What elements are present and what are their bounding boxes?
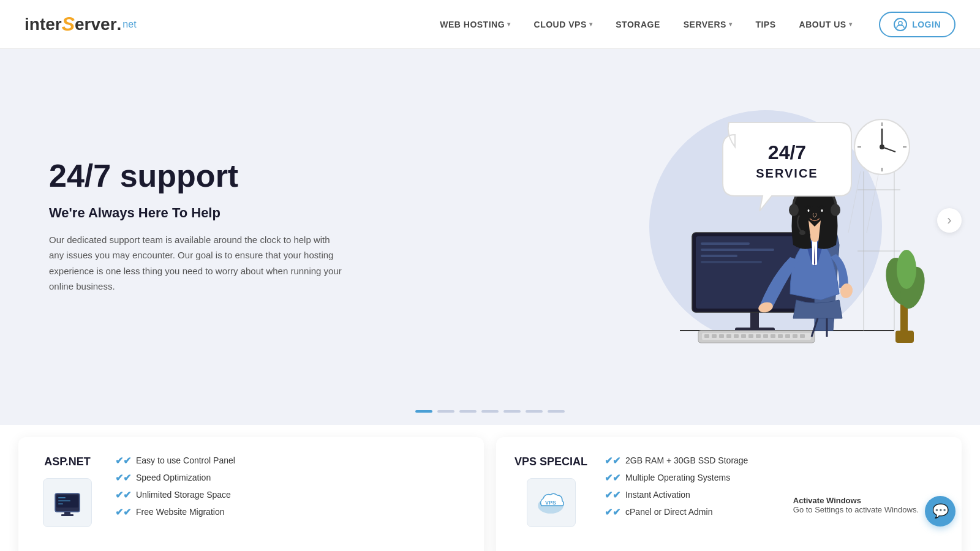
svg-rect-20: [763, 334, 768, 338]
svg-rect-15: [726, 334, 731, 338]
slide-dot-7[interactable]: [548, 410, 565, 413]
chevron-down-icon: ▾: [849, 21, 853, 28]
feature-item: ✔✔ Unlimited Storage Space: [116, 490, 466, 500]
svg-rect-68: [61, 514, 74, 516]
checkmark-icon: ✔✔: [116, 455, 130, 465]
card-vps-icon-area: VPS SPECIAL VPS: [514, 455, 587, 527]
chevron-down-icon: ▾: [729, 21, 733, 28]
chat-button[interactable]: 💬: [925, 496, 956, 527]
svg-point-61: [897, 250, 916, 289]
card-aspnet-label: ASP.NET: [44, 455, 91, 468]
checkmark-icon: ✔✔: [606, 490, 619, 500]
svg-rect-6: [701, 242, 750, 245]
card-vps-features: ✔✔ 2GB RAM + 30GB SSD Storage ✔✔ Multipl…: [606, 455, 943, 524]
site-header: interServer.net WEB HOSTING ▾ CLOUD VPS …: [0, 0, 980, 49]
slider-dots: [0, 392, 980, 425]
svg-rect-18: [748, 334, 753, 338]
svg-point-52: [880, 144, 884, 149]
checkmark-icon: ✔✔: [116, 507, 130, 517]
nav-tips[interactable]: TIPS: [747, 15, 784, 34]
svg-text:SERVICE: SERVICE: [756, 167, 818, 180]
svg-rect-66: [58, 503, 63, 504]
slide-dot-4[interactable]: [481, 410, 499, 413]
svg-rect-65: [58, 500, 70, 501]
svg-point-35: [808, 209, 810, 212]
svg-rect-7: [701, 249, 774, 251]
hero-title: 24/7 support: [49, 159, 343, 193]
hero-section: 24/7 support We're Always Here To Help O…: [0, 49, 980, 392]
svg-rect-23: [785, 334, 790, 338]
svg-point-38: [831, 204, 840, 216]
slide-dot-5[interactable]: [503, 410, 521, 413]
svg-text:VPS: VPS: [545, 500, 556, 506]
logo-erver: erver: [75, 15, 117, 34]
chevron-down-icon: ▾: [507, 21, 511, 28]
vps-icon: VPS: [527, 478, 576, 527]
main-nav: WEB HOSTING ▾ CLOUD VPS ▾ STORAGE SERVER…: [431, 12, 956, 37]
svg-point-36: [821, 209, 823, 212]
svg-point-37: [789, 204, 799, 216]
svg-rect-14: [719, 334, 724, 338]
nav-cloud-vps[interactable]: CLOUD VPS ▾: [526, 15, 601, 34]
slide-dot-6[interactable]: [526, 410, 543, 413]
slider-next-arrow[interactable]: ›: [937, 208, 962, 233]
feature-item: ✔✔ Speed Optimization: [116, 473, 466, 482]
feature-item: ✔✔ 2GB RAM + 30GB SSD Storage: [606, 455, 943, 465]
svg-rect-19: [756, 334, 761, 338]
login-button[interactable]: LOGIN: [879, 12, 956, 37]
chevron-down-icon: ▾: [589, 21, 593, 28]
checkmark-icon: ✔✔: [606, 455, 619, 465]
hero-text-block: 24/7 support We're Always Here To Help O…: [49, 159, 343, 294]
feature-item: ✔✔ Instant Activation: [606, 490, 943, 500]
checkmark-icon: ✔✔: [606, 507, 619, 517]
svg-point-0: [899, 21, 902, 25]
feature-item: ✔✔ cPanel or Direct Admin: [606, 507, 943, 517]
svg-rect-16: [734, 334, 739, 338]
aspnet-icon: [43, 478, 92, 527]
slide-dot-2[interactable]: [437, 410, 454, 413]
svg-text:24/7: 24/7: [768, 141, 806, 163]
nav-servers[interactable]: SERVERS ▾: [675, 15, 741, 34]
svg-rect-8: [701, 255, 737, 257]
cards-section: ASP.NET ✔✔ Easy to use Control Panel: [0, 437, 980, 551]
svg-rect-22: [778, 334, 783, 338]
nav-about-us[interactable]: ABOUT US ▾: [791, 15, 861, 34]
user-icon: [894, 18, 907, 31]
svg-line-47: [867, 171, 879, 233]
svg-point-39: [799, 230, 805, 235]
logo-s: S: [62, 13, 75, 36]
card-aspnet-icon-area: ASP.NET: [37, 455, 98, 527]
logo-inter: inter: [24, 15, 62, 34]
checkmark-icon: ✔✔: [116, 473, 130, 482]
svg-rect-58: [895, 331, 914, 343]
illustration-svg: 24/7 SERVICE: [631, 98, 925, 355]
card-vps-label: VPS SPECIAL: [514, 455, 587, 468]
svg-rect-64: [58, 497, 66, 498]
feature-item: ✔✔ Free Website Migration: [116, 507, 466, 517]
svg-rect-12: [704, 334, 709, 338]
checkmark-icon: ✔✔: [606, 473, 619, 482]
svg-rect-25: [800, 334, 805, 338]
hero-description: Our dedicated support team is available …: [49, 232, 343, 294]
card-aspnet-features: ✔✔ Easy to use Control Panel ✔✔ Speed Op…: [116, 455, 466, 524]
svg-rect-9: [701, 261, 762, 263]
checkmark-icon: ✔✔: [116, 490, 130, 500]
svg-rect-17: [741, 334, 746, 338]
feature-item: ✔✔ Multiple Operating Systems: [606, 473, 943, 482]
chat-icon: 💬: [932, 503, 949, 519]
logo[interactable]: interServer.net: [24, 13, 137, 36]
nav-web-hosting[interactable]: WEB HOSTING ▾: [431, 15, 519, 34]
feature-item: ✔✔ Easy to use Control Panel: [116, 455, 466, 465]
card-aspnet: ASP.NET ✔✔ Easy to use Control Panel: [18, 437, 484, 551]
svg-rect-24: [793, 334, 797, 338]
hero-subtitle: We're Always Here To Help: [49, 205, 343, 221]
svg-rect-21: [771, 334, 775, 338]
slide-dot-3[interactable]: [459, 410, 477, 413]
hero-illustration: 24/7 SERVICE: [612, 98, 931, 355]
svg-rect-13: [712, 334, 717, 338]
logo-net: net: [123, 19, 136, 30]
slide-dot-1[interactable]: [415, 410, 432, 413]
nav-storage[interactable]: STORAGE: [607, 15, 668, 34]
card-vps: VPS SPECIAL VPS ✔✔ 2GB RAM + 30GB SSD St…: [496, 437, 962, 551]
